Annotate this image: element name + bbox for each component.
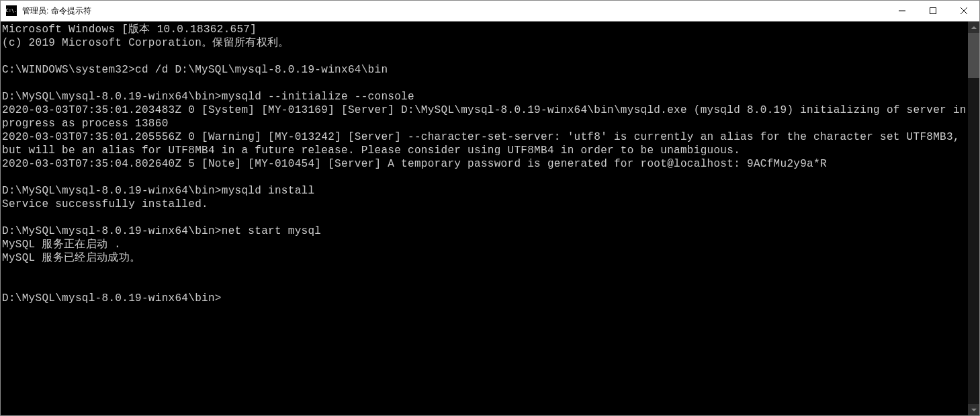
- svg-rect-1: [930, 8, 936, 14]
- maximize-button[interactable]: [918, 1, 948, 21]
- vertical-scrollbar[interactable]: [968, 22, 979, 415]
- console-output[interactable]: Microsoft Windows [版本 10.0.18362.657] (c…: [1, 22, 968, 415]
- close-button[interactable]: [948, 1, 979, 21]
- maximize-icon: [930, 7, 936, 14]
- scrollbar-up-button[interactable]: [968, 22, 979, 33]
- console-area: Microsoft Windows [版本 10.0.18362.657] (c…: [1, 22, 979, 415]
- window-titlebar[interactable]: C:\. 管理员: 命令提示符: [1, 1, 979, 22]
- svg-marker-5: [971, 409, 977, 411]
- cmd-icon-text: C:\.: [6, 9, 17, 13]
- cmd-icon: C:\.: [6, 5, 17, 16]
- minimize-icon: [899, 7, 905, 14]
- window-title: 管理员: 命令提示符: [21, 5, 887, 17]
- chevron-up-icon: [971, 25, 977, 30]
- scrollbar-down-button[interactable]: [968, 404, 979, 415]
- window-controls: [887, 1, 979, 21]
- scrollbar-thumb[interactable]: [968, 33, 979, 78]
- chevron-down-icon: [971, 407, 977, 413]
- minimize-button[interactable]: [887, 1, 918, 21]
- close-icon: [961, 7, 967, 14]
- svg-marker-4: [971, 26, 977, 29]
